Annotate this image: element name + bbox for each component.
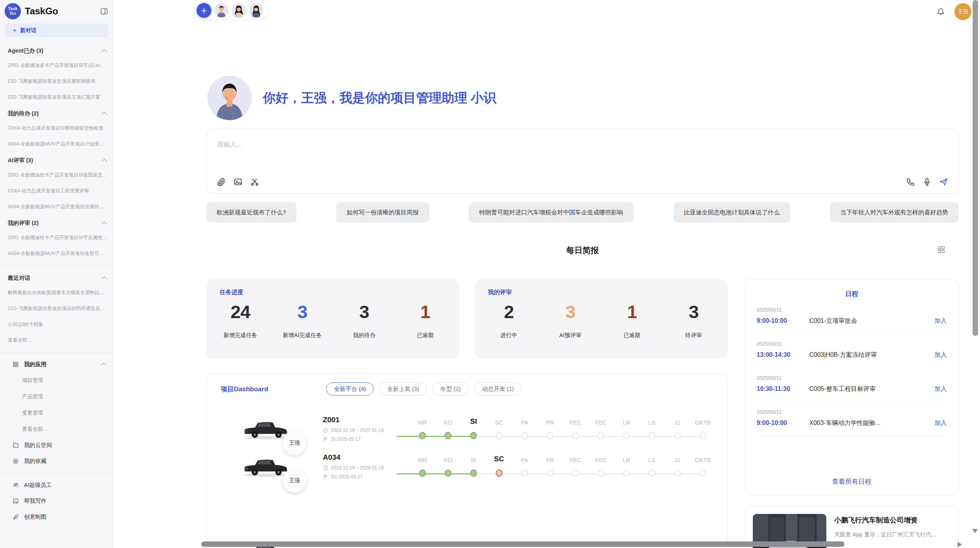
sidebar-task-item[interactable]: C0X4-动力总成开发项目SI里程碑提交物检查 [0,120,113,136]
recent-chat-item[interactable]: 公司Q3轻卡销量 [0,317,113,332]
milestone[interactable]: OKTB [690,416,716,439]
recent-chat-item[interactable]: C02-飞腾新能源轻客改款项目的闭环通告反馈情况 [0,301,113,317]
send-icon[interactable] [939,177,948,187]
milestone[interactable]: LS [639,454,665,477]
sidebar-task-item[interactable]: A034-全新新能源MUV产品开发项目法规符合性评审 [0,199,113,215]
milestone[interactable]: PEC [563,416,588,439]
join-link[interactable]: 加入 [930,385,947,393]
stat-label: 已逾期 [406,332,444,339]
join-link[interactable]: 加入 [930,351,947,359]
notification-bell-icon[interactable] [936,7,945,16]
milestone[interactable]: PA [512,454,537,477]
layout-grid-icon[interactable] [937,245,946,254]
horizontal-scrollbar[interactable] [201,541,845,547]
suggestion-chip[interactable]: 特朗普可能对进口汽车增税会对中国车企造成哪些影响 [469,202,634,223]
join-link[interactable]: 加入 [930,419,947,427]
image-icon[interactable] [233,177,243,187]
sidebar-section-header[interactable]: AI评审 (3) [0,152,113,167]
sidebar-section-header[interactable]: 我的待办 (2) [0,105,113,120]
stat-card-title: 我的评审 [488,288,715,296]
app-item[interactable]: 查看全部... [0,421,113,437]
sidebar-item-write[interactable]: 帮我写作 [0,493,113,509]
sidebar-task-item[interactable]: Z001-全新燃油皮卡产品开发项目SI节点Lesson Learn报告 [0,58,113,74]
cloud-label: 我的云空间 [24,442,52,449]
scroll-down-arrow[interactable] [972,529,978,533]
avatar[interactable] [249,3,264,18]
suggestion-chip[interactable]: 当下年轻人对汽车外观有怎样的喜好趋势 [830,202,959,223]
mic-icon[interactable] [922,177,932,187]
people-icon [12,482,19,488]
suggestion-chip[interactable]: 欧洲新规最近颁布了什么? [206,202,296,223]
sidebar-task-item[interactable]: A034-全新新能源MUV产品开发项目计划变更表编写 [0,136,113,152]
milestone[interactable]: SC [486,454,512,477]
phone-icon[interactable] [906,177,915,187]
main-area: + 王强 [113,0,980,548]
sidebar-task-item[interactable]: Z001-全新燃油轻卡产品开发项目SI造型提交物评审 [0,167,113,183]
milestone[interactable]: LR [614,454,639,477]
dashboard-filter[interactable]: 年型 (2) [433,382,469,396]
milestone[interactable]: PR [537,416,563,439]
add-conversation-button[interactable]: + [197,3,211,18]
milestone[interactable]: MR [410,416,435,439]
sidebar-item-draw[interactable]: 创意制图 [0,509,113,525]
sidebar-collapse-icon[interactable] [100,7,108,15]
milestone[interactable]: KO [435,454,461,477]
milestone[interactable]: FEC [588,454,614,477]
sidebar-task-item[interactable]: C0X4-动力总成开发项目工程变更评审 [0,183,113,199]
milestone-label: J1 [674,416,680,426]
sidebar-section-header[interactable]: 我的评审 (2) [0,215,113,230]
project-code[interactable]: A034 [323,453,410,462]
milestone[interactable]: KO [435,416,461,439]
sidebar-task-item[interactable]: Z001-全新燃油轻卡产品开发项目SI节点属性5D文件评审 [0,230,113,246]
user-avatar[interactable]: 王强 [954,3,971,20]
sidebar-item-ai-staff[interactable]: AI超级员工 [0,477,113,493]
sidebar-item-favorites[interactable]: 我的收藏 [0,453,113,469]
recent-chat-item[interactable]: 查看全部... [0,332,113,348]
project-code[interactable]: Z001 [323,416,410,424]
topbar-right: 王强 [936,3,971,20]
milestone[interactable]: PR [537,454,563,477]
my-apps-header[interactable]: 我的应用 [0,356,113,372]
sidebar-task-item[interactable]: C02-飞腾新能源轻客改款项目立项汇报方案 [0,89,113,105]
milestone[interactable]: J1 [665,416,690,439]
suggestion-chip[interactable]: 比亚迪全固态电池计划具体说了什么 [673,202,790,223]
app-item[interactable]: 变更管理 [0,405,113,421]
milestone[interactable]: J1 [665,454,690,477]
milestone[interactable]: SI [461,454,487,477]
milestone[interactable]: PEC [563,454,588,477]
view-all-schedule-link[interactable]: 查看所有日程 [755,469,948,490]
recent-section-header[interactable]: 最近对话 [0,270,113,285]
stat: 3我的待办 [346,301,383,339]
suggestion-chip[interactable]: 如何写一份清晰的项目周报 [336,202,429,223]
dashboard-filter[interactable]: 动总开发 (1) [474,382,522,396]
join-link[interactable]: 加入 [930,317,947,325]
milestone[interactable]: SC [486,416,512,439]
milestone[interactable]: LS [639,416,665,439]
sidebar-task-item[interactable]: C02-飞腾新能源轻客改款项目里程碑画布 [0,74,113,89]
dashboard-filter[interactable]: 全新平台 (4) [326,382,374,396]
vertical-scrollbar[interactable] [973,0,978,336]
recent-chat-item[interactable]: 解释最新出台的欧盟报废车法规再生塑料比例被调至15%... [0,285,113,301]
sidebar-task-item[interactable]: A034-全新新能源MUV产品开发项目造型可行性评审 [0,246,113,262]
milestone-label: LS [648,416,655,426]
scissors-icon[interactable] [250,177,259,187]
new-chat-button[interactable]: + 新对话 [5,24,108,37]
milestone[interactable]: PA [512,416,537,439]
attachment-icon[interactable] [217,177,226,187]
milestone[interactable]: MR [410,454,435,477]
milestone-dot [649,469,655,477]
scroll-right-arrow[interactable] [958,542,962,547]
app-item[interactable]: 项目管理 [0,372,113,389]
milestone[interactable]: OKTB [690,454,716,477]
app-item[interactable]: 产品管理 [0,389,113,405]
avatar[interactable] [214,3,229,18]
chat-input[interactable] [217,139,948,151]
sidebar-section-header[interactable]: Agent已办 (3) [0,43,113,58]
milestone-label: PA [521,454,528,463]
milestone[interactable]: SI [461,416,487,439]
avatar[interactable] [231,3,246,18]
sidebar-item-cloud[interactable]: 我的云空间 [0,437,113,453]
milestone[interactable]: FEC [588,416,614,439]
dashboard-filter[interactable]: 全新上装 (3) [379,382,427,396]
milestone[interactable]: LR [614,416,639,439]
